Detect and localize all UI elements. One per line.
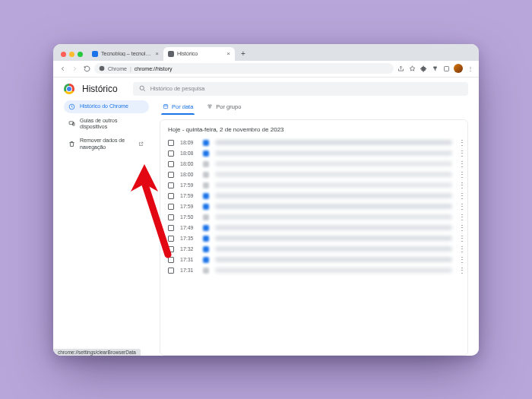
history-row[interactable]: 17:35⋮ xyxy=(160,233,467,244)
row-favicon-icon xyxy=(203,268,209,274)
row-menu-icon[interactable]: ⋮ xyxy=(458,195,461,198)
svg-point-7 xyxy=(208,105,210,106)
history-row[interactable]: 17:31⋮ xyxy=(160,265,467,276)
row-menu-icon[interactable]: ⋮ xyxy=(458,152,461,155)
browser-tab-history[interactable]: Histórico × xyxy=(163,47,235,61)
history-row[interactable]: 18:00⋮ xyxy=(160,169,467,180)
new-tab-button[interactable]: + xyxy=(238,49,249,59)
row-checkbox[interactable] xyxy=(168,182,174,188)
sidebar-item-clear-data[interactable]: Remover dados de navegação xyxy=(64,135,149,154)
row-menu-icon[interactable]: ⋮ xyxy=(458,216,461,219)
search-placeholder: Histórico de pesquisa xyxy=(150,85,205,92)
profile-avatar[interactable] xyxy=(454,64,463,73)
minimize-window-icon[interactable] xyxy=(69,52,74,57)
row-menu-icon[interactable]: ⋮ xyxy=(458,184,461,187)
row-time: 17:59 xyxy=(180,204,197,209)
bookmark-icon[interactable] xyxy=(408,65,416,72)
search-icon xyxy=(139,85,146,92)
svg-point-2 xyxy=(140,86,144,90)
svg-rect-6 xyxy=(163,105,167,109)
row-checkbox[interactable] xyxy=(168,257,174,263)
row-menu-icon[interactable]: ⋮ xyxy=(458,226,461,230)
row-favicon-icon xyxy=(203,204,209,210)
history-row[interactable]: 17:59⋮ xyxy=(160,201,467,212)
history-row[interactable]: 18:09⋮ xyxy=(160,138,467,148)
history-row[interactable]: 18:08⋮ xyxy=(160,148,467,159)
status-bar: chrome://settings/clearBrowserData xyxy=(53,349,141,356)
reload-icon[interactable] xyxy=(82,64,91,73)
close-tab-icon[interactable]: × xyxy=(226,50,230,57)
row-favicon-icon xyxy=(203,257,209,263)
svg-rect-1 xyxy=(444,66,448,71)
back-icon[interactable] xyxy=(58,64,67,73)
forward-icon[interactable] xyxy=(70,64,79,73)
row-checkbox[interactable] xyxy=(168,246,174,252)
browser-tab-tecnoblog[interactable]: Tecnoblog – tecnologia que i × xyxy=(87,47,163,61)
history-row[interactable]: 17:49⋮ xyxy=(160,223,467,233)
row-checkbox[interactable] xyxy=(168,214,174,220)
row-checkbox[interactable] xyxy=(168,268,174,274)
history-row[interactable]: 17:32⋮ xyxy=(160,244,467,255)
row-title-blurred xyxy=(215,161,452,166)
sidebar-item-other-devices[interactable]: Guias de outros dispositivos xyxy=(64,115,149,134)
history-row[interactable]: 17:59⋮ xyxy=(160,180,467,191)
history-row[interactable]: 17:31⋮ xyxy=(160,255,467,265)
url-input[interactable]: Chrome | chrome://history xyxy=(94,63,394,74)
row-time: 18:00 xyxy=(180,161,197,166)
history-row[interactable]: 18:00⋮ xyxy=(160,159,467,169)
row-menu-icon[interactable]: ⋮ xyxy=(458,141,461,144)
row-title-blurred xyxy=(215,172,452,177)
chrome-logo-icon xyxy=(64,84,74,94)
row-favicon-icon xyxy=(203,182,209,188)
tab-strip: Tecnoblog – tecnologia que i × Histórico… xyxy=(53,44,479,61)
page-content: Histórico Histórico de pesquisa Históric… xyxy=(53,78,479,356)
history-list: Hoje - quinta-feira, 2 de novembro de 20… xyxy=(160,119,468,356)
row-favicon-icon xyxy=(203,140,209,146)
row-checkbox[interactable] xyxy=(168,204,174,210)
row-favicon-icon xyxy=(203,225,209,231)
row-time: 17:50 xyxy=(180,214,197,220)
row-checkbox[interactable] xyxy=(168,150,174,157)
row-checkbox[interactable] xyxy=(168,140,174,146)
row-title-blurred xyxy=(215,182,452,188)
window-controls[interactable] xyxy=(61,52,83,57)
tab-by-group[interactable]: Por grupo xyxy=(205,100,242,115)
maximize-window-icon[interactable] xyxy=(78,52,83,57)
row-menu-icon[interactable]: ⋮ xyxy=(458,269,461,272)
menu-icon[interactable]: ⋮ xyxy=(467,65,474,72)
reading-list-icon[interactable] xyxy=(442,65,450,72)
row-menu-icon[interactable]: ⋮ xyxy=(458,205,461,208)
row-menu-icon[interactable]: ⋮ xyxy=(458,258,461,261)
tab-by-date[interactable]: Por data xyxy=(161,100,195,115)
devices-icon xyxy=(68,120,75,127)
chrome-scheme-icon xyxy=(99,65,105,71)
history-row[interactable]: 17:50⋮ xyxy=(160,212,467,223)
sidebar: Histórico do Chrome Guias de outros disp… xyxy=(61,99,152,356)
row-time: 17:49 xyxy=(180,225,197,230)
calendar-icon xyxy=(163,103,169,109)
page-header: Histórico Histórico de pesquisa xyxy=(53,78,479,99)
row-checkbox[interactable] xyxy=(168,172,174,178)
row-checkbox[interactable] xyxy=(168,193,174,199)
row-menu-icon[interactable]: ⋮ xyxy=(458,173,461,176)
row-time: 17:59 xyxy=(180,182,197,188)
trash-icon xyxy=(68,141,75,147)
sidebar-item-label: Histórico do Chrome xyxy=(80,103,144,109)
row-checkbox[interactable] xyxy=(168,225,174,231)
extensions-icon[interactable] xyxy=(420,65,427,72)
row-checkbox[interactable] xyxy=(168,161,174,167)
share-icon[interactable] xyxy=(397,65,404,72)
close-window-icon[interactable] xyxy=(61,52,66,57)
row-menu-icon[interactable]: ⋮ xyxy=(458,237,461,240)
row-menu-icon[interactable]: ⋮ xyxy=(458,248,461,251)
close-tab-icon[interactable]: × xyxy=(155,50,159,57)
row-menu-icon[interactable]: ⋮ xyxy=(458,163,461,166)
history-row[interactable]: 17:59⋮ xyxy=(160,191,467,201)
row-title-blurred xyxy=(215,150,452,156)
extension-pin-icon[interactable] xyxy=(431,65,439,72)
page-title: Histórico xyxy=(82,84,118,94)
row-checkbox[interactable] xyxy=(168,236,174,242)
search-input[interactable]: Histórico de pesquisa xyxy=(133,82,468,96)
sidebar-item-chrome-history[interactable]: Histórico do Chrome xyxy=(64,100,149,113)
row-title-blurred xyxy=(215,246,452,252)
